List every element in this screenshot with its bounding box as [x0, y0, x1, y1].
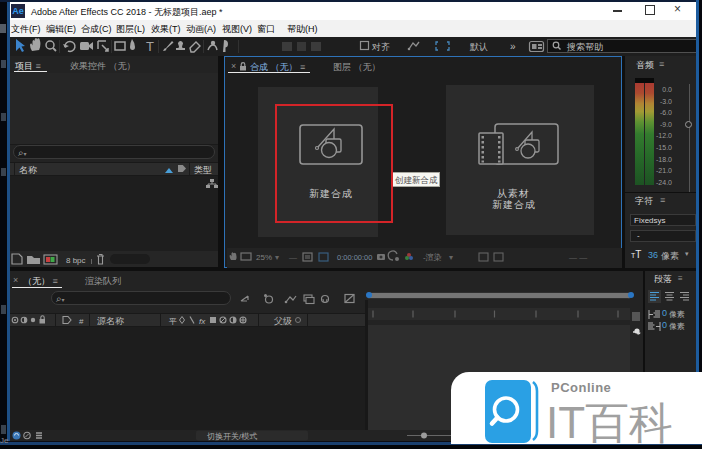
svg-text:#: # [79, 317, 84, 326]
svg-text:搜索帮助: 搜索帮助 [566, 42, 603, 52]
svg-text:▾: ▾ [449, 253, 453, 262]
svg-text:切换开关/模式: 切换开关/模式 [206, 432, 257, 441]
svg-text:-渲染: -渲染 [423, 253, 442, 262]
svg-text:— —: — — [569, 253, 587, 262]
svg-text:父级: 父级 [274, 316, 292, 326]
svg-text:平: 平 [169, 317, 177, 326]
svg-text:对齐: 对齐 [371, 42, 390, 52]
svg-text:—: — [289, 253, 297, 262]
svg-text:8 bpc: 8 bpc [66, 256, 86, 265]
svg-text:fx: fx [199, 317, 206, 326]
svg-text:25%: 25% [256, 253, 272, 262]
svg-text:默认: 默认 [469, 42, 488, 52]
svg-text:T: T [146, 39, 154, 54]
svg-text:0:00:00:00: 0:00:00:00 [337, 253, 372, 262]
svg-text:»: » [510, 41, 516, 52]
svg-text:▾: ▾ [275, 253, 279, 262]
svg-text:源名称: 源名称 [97, 316, 124, 326]
